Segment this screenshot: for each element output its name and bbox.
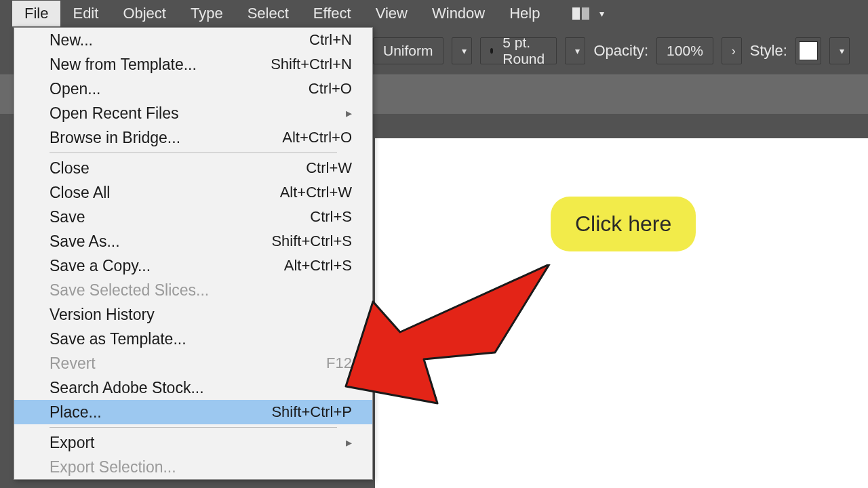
- menu-item[interactable]: Search Adobe Stock...: [14, 375, 372, 400]
- menu-item[interactable]: Save a Copy...Alt+Ctrl+S: [14, 253, 372, 278]
- menu-object[interactable]: Object: [111, 1, 178, 26]
- menu-item[interactable]: Export▸: [14, 430, 372, 455]
- brush-label: 5 pt. Round: [502, 35, 547, 67]
- menu-item-label: Revert: [50, 354, 96, 373]
- menu-item[interactable]: Save As...Shift+Ctrl+S: [14, 229, 372, 253]
- chevron-down-icon: ▾: [594, 8, 609, 19]
- menu-item[interactable]: Save as Template...: [14, 327, 372, 351]
- menu-view[interactable]: View: [363, 1, 420, 26]
- menu-item: Export Selection...: [14, 455, 372, 479]
- menu-type[interactable]: Type: [178, 1, 235, 26]
- menu-item-shortcut: Shift+Ctrl+S: [271, 232, 352, 250]
- menu-item[interactable]: Open...Ctrl+O: [14, 77, 372, 101]
- opacity-value-text: 100%: [667, 43, 703, 59]
- menu-item: RevertF12: [14, 351, 372, 375]
- stroke-profile-select[interactable]: Uniform: [373, 37, 443, 64]
- menu-item-label: New from Template...: [50, 56, 197, 74]
- menu-item-label: Save Selected Slices...: [50, 281, 209, 300]
- menu-item-shortcut: Ctrl+N: [309, 31, 352, 49]
- menu-item-label: Search Adobe Stock...: [50, 379, 204, 397]
- menu-item-label: New...: [50, 31, 93, 49]
- menu-item-shortcut: Ctrl+O: [309, 80, 352, 98]
- menu-item-label: Save As...: [50, 232, 120, 251]
- svg-rect-0: [572, 7, 580, 20]
- menu-item[interactable]: Version History: [14, 302, 372, 327]
- menu-item-label: Export Selection...: [50, 458, 176, 476]
- brush-dropdown[interactable]: ▾: [565, 37, 585, 64]
- menu-item[interactable]: New from Template...Shift+Ctrl+N: [14, 52, 372, 77]
- menu-file[interactable]: File: [12, 1, 60, 26]
- workspace-switcher[interactable]: ▾: [572, 6, 609, 21]
- menu-item-shortcut: Alt+Ctrl+O: [282, 129, 352, 146]
- menu-item-shortcut: Ctrl+W: [306, 159, 352, 177]
- opacity-label: Opacity:: [593, 42, 648, 60]
- stroke-profile-label: Uniform: [383, 43, 433, 59]
- style-swatch-box: [799, 41, 818, 60]
- menu-select[interactable]: Select: [235, 1, 301, 26]
- annotation-callout: Click here: [551, 197, 696, 251]
- submenu-arrow-icon: ▸: [346, 106, 352, 121]
- opacity-stepper[interactable]: ›: [722, 37, 742, 64]
- stroke-profile-dropdown[interactable]: ▾: [452, 37, 472, 64]
- opacity-value[interactable]: 100%: [656, 37, 713, 64]
- style-swatch[interactable]: [795, 37, 821, 64]
- svg-marker-2: [346, 264, 549, 403]
- menu-item[interactable]: New...Ctrl+N: [14, 28, 372, 52]
- menu-item-label: Place...: [50, 403, 102, 422]
- menu-item[interactable]: CloseCtrl+W: [14, 156, 372, 180]
- svg-rect-1: [582, 7, 589, 20]
- menu-item-label: Open Recent Files: [50, 104, 178, 123]
- menu-item-label: Open...: [50, 80, 100, 98]
- menu-item-shortcut: Alt+Ctrl+W: [280, 184, 352, 201]
- menu-item[interactable]: Close AllAlt+Ctrl+W: [14, 180, 372, 205]
- annotation-arrow: [339, 264, 563, 413]
- panel-icon: [572, 6, 590, 21]
- menu-item[interactable]: Open Recent Files▸: [14, 101, 372, 125]
- menu-item-label: Save a Copy...: [50, 257, 151, 275]
- menu-item-shortcut: Ctrl+S: [310, 208, 352, 226]
- submenu-arrow-icon: ▸: [346, 435, 352, 450]
- style-dropdown[interactable]: ▾: [829, 37, 850, 64]
- menu-item-label: Export: [50, 434, 94, 452]
- menu-item-label: Save: [50, 208, 85, 226]
- menu-effect[interactable]: Effect: [301, 1, 363, 26]
- menu-item[interactable]: SaveCtrl+S: [14, 205, 372, 229]
- menu-item[interactable]: Place...Shift+Ctrl+P: [14, 400, 372, 424]
- menu-item-label: Version History: [50, 306, 155, 324]
- menu-item[interactable]: Browse in Bridge...Alt+Ctrl+O: [14, 125, 372, 150]
- menu-item-label: Save as Template...: [50, 330, 186, 348]
- menu-item: Save Selected Slices...: [14, 278, 372, 302]
- style-label: Style:: [750, 42, 787, 60]
- menu-item-label: Close All: [50, 184, 110, 202]
- menu-item-shortcut: Shift+Ctrl+N: [271, 56, 352, 73]
- menu-item-label: Browse in Bridge...: [50, 129, 180, 147]
- menu-help[interactable]: Help: [497, 1, 552, 26]
- menu-edit[interactable]: Edit: [60, 1, 111, 26]
- menu-separator: [50, 427, 337, 428]
- menu-item-label: Close: [50, 159, 90, 178]
- menu-window[interactable]: Window: [420, 1, 497, 26]
- brush-dot-icon: [490, 48, 494, 54]
- file-dropdown-menu: New...Ctrl+NNew from Template...Shift+Ct…: [14, 27, 373, 480]
- menubar: File Edit Object Type Select Effect View…: [0, 0, 868, 27]
- menu-separator: [50, 152, 337, 153]
- brush-select[interactable]: 5 pt. Round: [480, 37, 557, 64]
